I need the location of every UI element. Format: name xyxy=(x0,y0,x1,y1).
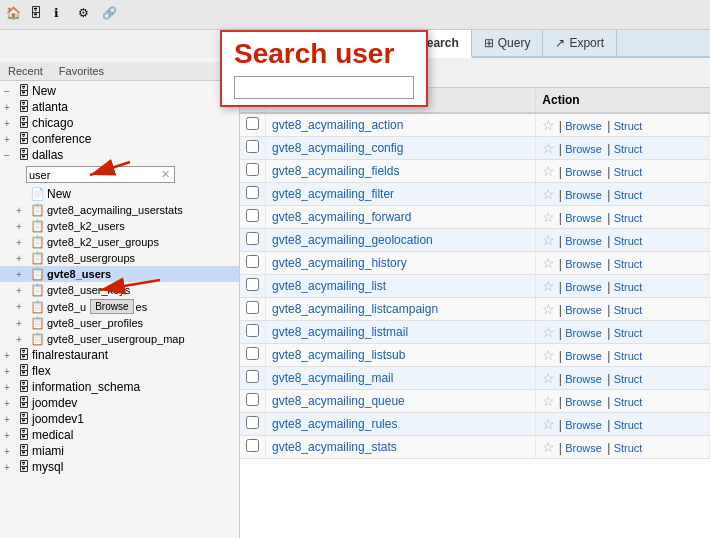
star-icon[interactable]: ☆ xyxy=(542,439,555,455)
database-icon[interactable]: 🗄 xyxy=(30,6,48,24)
table-name-cell[interactable]: gvte8_acymailing_listsub xyxy=(266,344,536,367)
table-name-cell[interactable]: gvte8_acymailing_listmail xyxy=(266,321,536,344)
tree-item-dallas-new[interactable]: 📄 New xyxy=(0,186,239,202)
tab-query[interactable]: ⊞ Query xyxy=(472,30,544,56)
browse-link[interactable]: Browse xyxy=(565,258,602,270)
tree-item-gvte8-users[interactable]: + 📋 gvte8_users xyxy=(0,266,239,282)
star-icon[interactable]: ☆ xyxy=(542,347,555,363)
tree-item-k2-users[interactable]: + 📋 gvte8_k2_users xyxy=(0,218,239,234)
link-icon[interactable]: 🔗 xyxy=(102,6,120,24)
tree-item-k2-user-groups[interactable]: + 📋 gvte8_k2_user_groups xyxy=(0,234,239,250)
struct-link[interactable]: Struct xyxy=(614,304,643,316)
tree-item-information-schema[interactable]: + 🗄 information_schema xyxy=(0,379,239,395)
tree-item-user-keys[interactable]: + 📋 gvte8_user_keys xyxy=(0,282,239,298)
table-name-cell[interactable]: gvte8_acymailing_stats xyxy=(266,436,536,459)
home-icon[interactable]: 🏠 xyxy=(6,6,24,24)
search-user-input[interactable] xyxy=(240,76,414,99)
row-checkbox[interactable] xyxy=(246,393,259,406)
struct-link[interactable]: Struct xyxy=(614,258,643,270)
table-name-cell[interactable]: gvte8_acymailing_listcampaign xyxy=(266,298,536,321)
row-checkbox[interactable] xyxy=(246,163,259,176)
struct-link[interactable]: Struct xyxy=(614,189,643,201)
tree-item-joomdev[interactable]: + 🗄 joomdev xyxy=(0,395,239,411)
row-checkbox[interactable] xyxy=(246,117,259,130)
table-name-cell[interactable]: gvte8_acymailing_config xyxy=(266,137,536,160)
table-name-cell[interactable]: gvte8_acymailing_mail xyxy=(266,367,536,390)
struct-link[interactable]: Struct xyxy=(614,212,643,224)
struct-link[interactable]: Struct xyxy=(614,396,643,408)
tree-item-chicago[interactable]: + 🗄 chicago xyxy=(0,115,239,131)
row-checkbox[interactable] xyxy=(246,140,259,153)
info-icon[interactable]: ℹ xyxy=(54,6,72,24)
table-name-cell[interactable]: gvte8_acymailing_geolocation xyxy=(266,229,536,252)
favorites-tab[interactable]: Favorites xyxy=(51,62,112,80)
row-checkbox[interactable] xyxy=(246,370,259,383)
tree-item-medical[interactable]: + 🗄 medical xyxy=(0,427,239,443)
struct-link[interactable]: Struct xyxy=(614,442,643,454)
row-checkbox[interactable] xyxy=(246,301,259,314)
browse-link[interactable]: Browse xyxy=(565,442,602,454)
tree-item-new[interactable]: − 🗄 New xyxy=(0,83,239,99)
star-icon[interactable]: ☆ xyxy=(542,416,555,432)
browse-link[interactable]: Browse xyxy=(565,235,602,247)
tree-item-user-profiles[interactable]: + 📋 gvte8_user_profiles xyxy=(0,315,239,331)
star-icon[interactable]: ☆ xyxy=(542,255,555,271)
row-checkbox[interactable] xyxy=(246,209,259,222)
recent-tab[interactable]: Recent xyxy=(0,62,51,80)
table-name-cell[interactable]: gvte8_acymailing_filter xyxy=(266,183,536,206)
tree-item-dallas[interactable]: − 🗄 dallas xyxy=(0,147,239,163)
sidebar-search-input[interactable] xyxy=(29,169,159,181)
browse-link[interactable]: Browse xyxy=(565,350,602,362)
row-checkbox[interactable] xyxy=(246,439,259,452)
browse-button-inline[interactable]: Browse xyxy=(90,299,133,314)
star-icon[interactable]: ☆ xyxy=(542,232,555,248)
table-name-cell[interactable]: gvte8_acymailing_forward xyxy=(266,206,536,229)
row-checkbox[interactable] xyxy=(246,278,259,291)
tree-item-miami[interactable]: + 🗄 miami xyxy=(0,443,239,459)
star-icon[interactable]: ☆ xyxy=(542,393,555,409)
star-icon[interactable]: ☆ xyxy=(542,117,555,133)
table-name-cell[interactable]: gvte8_acymailing_history xyxy=(266,252,536,275)
row-checkbox[interactable] xyxy=(246,255,259,268)
sidebar-search-box[interactable]: ✕ xyxy=(26,166,175,183)
table-name-cell[interactable]: gvte8_acymailing_list xyxy=(266,275,536,298)
tab-export[interactable]: ↗ Export xyxy=(543,30,617,56)
row-checkbox[interactable] xyxy=(246,232,259,245)
star-icon[interactable]: ☆ xyxy=(542,301,555,317)
browse-link[interactable]: Browse xyxy=(565,419,602,431)
tree-item-acymailing-userstats[interactable]: + 📋 gvte8_acymailing_userstats xyxy=(0,202,239,218)
tree-item-mysql[interactable]: + 🗄 mysql xyxy=(0,459,239,475)
struct-link[interactable]: Struct xyxy=(614,120,643,132)
row-checkbox[interactable] xyxy=(246,186,259,199)
browse-link[interactable]: Browse xyxy=(565,143,602,155)
struct-link[interactable]: Struct xyxy=(614,166,643,178)
table-name-cell[interactable]: gvte8_acymailing_queue xyxy=(266,390,536,413)
browse-link[interactable]: Browse xyxy=(565,120,602,132)
struct-link[interactable]: Struct xyxy=(614,143,643,155)
table-name-cell[interactable]: gvte8_acymailing_action xyxy=(266,113,536,137)
struct-link[interactable]: Struct xyxy=(614,281,643,293)
star-icon[interactable]: ☆ xyxy=(542,209,555,225)
star-icon[interactable]: ☆ xyxy=(542,324,555,340)
table-name-cell[interactable]: gvte8_acymailing_fields xyxy=(266,160,536,183)
browse-link[interactable]: Browse xyxy=(565,396,602,408)
struct-link[interactable]: Struct xyxy=(614,327,643,339)
browse-link[interactable]: Browse xyxy=(565,166,602,178)
browse-link[interactable]: Browse xyxy=(565,281,602,293)
tree-item-user-u[interactable]: + 📋 gvte8_u Browse es xyxy=(0,298,239,315)
tree-item-conference[interactable]: + 🗄 conference xyxy=(0,131,239,147)
browse-link[interactable]: Browse xyxy=(565,189,602,201)
search-clear-button[interactable]: ✕ xyxy=(159,168,172,181)
tree-item-user-usergroup-map[interactable]: + 📋 gvte8_user_usergroup_map xyxy=(0,331,239,347)
struct-link[interactable]: Struct xyxy=(614,350,643,362)
tree-item-usergroups[interactable]: + 📋 gvte8_usergroups xyxy=(0,250,239,266)
row-checkbox[interactable] xyxy=(246,324,259,337)
tree-item-atlanta[interactable]: + 🗄 atlanta xyxy=(0,99,239,115)
struct-link[interactable]: Struct xyxy=(614,419,643,431)
browse-link[interactable]: Browse xyxy=(565,212,602,224)
struct-link[interactable]: Struct xyxy=(614,373,643,385)
star-icon[interactable]: ☆ xyxy=(542,278,555,294)
row-checkbox[interactable] xyxy=(246,416,259,429)
star-icon[interactable]: ☆ xyxy=(542,370,555,386)
star-icon[interactable]: ☆ xyxy=(542,140,555,156)
